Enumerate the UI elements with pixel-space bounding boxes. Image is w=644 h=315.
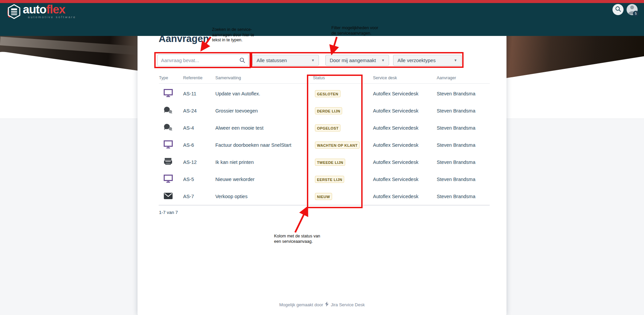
request-summary-link[interactable]: Factuur doorboeken naar SnelStart — [215, 142, 291, 148]
status-badge: DERDE LIJN — [315, 107, 342, 114]
column-header-reference[interactable]: Referentie — [183, 76, 203, 80]
service-desk-name: Autoflex Servicedesk — [373, 142, 418, 148]
request-reference: AS-24 — [183, 108, 197, 114]
request-reference: AS-4 — [183, 125, 194, 131]
chevron-down-icon: ▼ — [454, 58, 457, 62]
logo-word-auto: auto — [23, 3, 46, 16]
request-summary-link[interactable]: Alweer een mooie test — [215, 125, 263, 131]
status-badge: GESLOTEN — [315, 90, 340, 97]
request-summary-link[interactable]: Ik kan niet printen — [215, 160, 254, 165]
request-summary-link[interactable]: Nieuwe werkorder — [215, 177, 255, 182]
service-desk-name: Autoflex Servicedesk — [373, 194, 418, 199]
service-desk-name: Autoflex Servicedesk — [373, 91, 418, 96]
requester-name: Steven Brandsma — [437, 108, 475, 114]
chevron-down-icon: ▼ — [311, 58, 315, 62]
type-filter-value: Alle verzoektypes — [397, 58, 436, 63]
status-filter-value: Alle statussen — [257, 58, 287, 63]
autoflex-logo[interactable]: autoflex automotive software — [7, 4, 76, 21]
requester-name: Steven Brandsma — [437, 177, 475, 182]
table-row[interactable]: AS-12 Ik kan niet printen TWEEDE LIJN Au… — [138, 153, 506, 171]
table-bottom-divider — [159, 205, 490, 206]
monitor-icon — [163, 89, 173, 98]
pagination-label: 1-7 van 7 — [159, 210, 178, 215]
logo-word-flex: flex — [46, 3, 65, 16]
footer-product-link[interactable]: Jira Service Desk — [331, 302, 365, 307]
top-navigation-bar — [0, 3, 644, 36]
requester-name: Steven Brandsma — [437, 91, 475, 96]
table-row[interactable]: AS-6 Factuur doorboeken naar SnelStart W… — [138, 136, 506, 153]
column-header-summary[interactable]: Samenvatting — [215, 76, 241, 80]
logo-tagline: automotive software — [28, 15, 76, 19]
powered-by-footer: Mogelijk gemaakt door Jira Service Desk — [138, 302, 506, 308]
autoflex-hexagon-icon — [7, 4, 21, 21]
jira-bolt-icon — [325, 302, 329, 308]
request-summary-link[interactable]: Grossier toevoegen — [215, 108, 258, 114]
request-reference: AS-7 — [183, 194, 194, 199]
screen: autoflex automotive software 5 Autoflex … — [0, 0, 644, 315]
service-desk-name: Autoflex Servicedesk — [373, 108, 418, 114]
printer-icon — [163, 158, 173, 167]
request-reference: AS-6 — [183, 142, 194, 148]
speech-bubbles-icon — [163, 123, 173, 132]
creator-filter-value: Door mij aangemaakt — [330, 58, 376, 63]
request-summary-link[interactable]: Update van Autoflex. — [215, 91, 260, 96]
table-row[interactable]: AS-24 Grossier toevoegen DERDE LIJN Auto… — [138, 102, 506, 119]
top-accent-strip — [0, 0, 644, 3]
service-desk-name: Autoflex Servicedesk — [373, 160, 418, 165]
chevron-down-icon: ▼ — [381, 58, 385, 62]
global-search-button[interactable] — [612, 4, 624, 15]
footer-prefix: Mogelijk gemaakt door — [279, 302, 323, 307]
table-row[interactable]: AS-7 Verkoop opties NIEUW Autoflex Servi… — [138, 188, 506, 205]
status-badge: OPGELOST — [315, 124, 340, 131]
column-header-type[interactable]: Type — [159, 76, 168, 80]
envelope-icon — [163, 192, 173, 200]
requester-name: Steven Brandsma — [437, 125, 475, 131]
table-row[interactable]: AS-11 Update van Autoflex. GESLOTEN Auto… — [138, 85, 506, 102]
requester-name: Steven Brandsma — [437, 142, 475, 148]
request-reference: AS-12 — [183, 160, 197, 165]
requester-name: Steven Brandsma — [437, 160, 475, 165]
column-header-requester[interactable]: Aanvrager — [437, 76, 456, 80]
status-badge: NIEUW — [315, 193, 332, 200]
table-row[interactable]: AS-4 Alweer een mooie test OPGELOST Auto… — [138, 119, 506, 136]
status-badge: EERSTE LIJN — [315, 176, 344, 183]
creator-filter-dropdown[interactable]: Door mij aangemaakt ▼ — [325, 55, 389, 66]
status-badge: TWEEDE LIJN — [315, 159, 345, 166]
logo-text: autoflex automotive software — [23, 4, 76, 21]
service-desk-name: Autoflex Servicedesk — [373, 177, 418, 182]
speech-bubbles-icon — [163, 106, 173, 115]
search-icon — [615, 6, 622, 14]
request-reference: AS-11 — [183, 91, 196, 96]
request-reference: AS-5 — [183, 177, 194, 182]
service-desk-card: Autoflex Servicedesk Aanvragen Alle stat… — [138, 18, 506, 315]
request-summary-link[interactable]: Verkoop opties — [215, 194, 248, 199]
table-row[interactable]: AS-5 Nieuwe werkorder EERSTE LIJN Autofl… — [138, 171, 506, 188]
status-badge: WACHTEN OP KLANT — [315, 141, 360, 148]
notification-count-badge[interactable]: 5 — [633, 11, 639, 16]
requester-name: Steven Brandsma — [437, 194, 475, 199]
table-header-divider — [159, 83, 490, 84]
column-header-status[interactable]: Status — [313, 76, 325, 80]
monitor-icon — [163, 175, 173, 184]
status-filter-dropdown[interactable]: Alle statussen ▼ — [252, 55, 319, 66]
service-desk-name: Autoflex Servicedesk — [373, 125, 418, 131]
request-type-filter-dropdown[interactable]: Alle verzoektypes ▼ — [393, 55, 462, 66]
monitor-icon — [163, 140, 173, 150]
request-search-input[interactable] — [157, 54, 249, 66]
column-header-service-desk[interactable]: Service desk — [373, 76, 397, 80]
